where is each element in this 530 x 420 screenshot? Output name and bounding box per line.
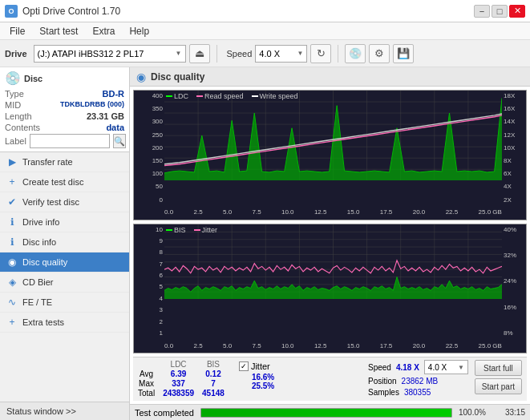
speed-select[interactable]: 4.0 X ▼ (255, 45, 307, 63)
position-value: 23862 MB (402, 377, 439, 386)
stats-max-row: Max 337 7 (138, 379, 233, 389)
speed-row: Speed 4.18 X 4.0 X ▼ (368, 360, 468, 374)
disc-quality-header-icon: ◉ (136, 71, 146, 83)
nav-transfer-rate[interactable]: ▶ Transfer rate (0, 152, 129, 172)
main: 💿 Disc Type BD-R MID TDKBLDRBB (000) Len… (0, 67, 530, 420)
lower-y-axis-left: 10 9 8 7 6 5 4 3 2 1 (134, 224, 164, 339)
maximize-button[interactable]: □ (492, 5, 508, 18)
speed-stat-dropdown-arrow: ▼ (458, 364, 464, 371)
start-part-button[interactable]: Start part (475, 378, 522, 394)
nav-disc-info[interactable]: ℹ Disc info (0, 232, 129, 252)
contents-label: Contents (5, 123, 40, 132)
nav-cd-bier[interactable]: ◈ CD Bier (0, 273, 129, 293)
legend-jitter-label: Jitter (202, 226, 218, 234)
fe-te-label: FE / TE (22, 297, 52, 307)
jitter-max: 25.5% (252, 382, 274, 390)
stats-avg-row: Avg 6.39 0.12 (138, 370, 233, 379)
fe-te-icon: ∿ (6, 297, 18, 308)
read-speed-color (196, 95, 203, 97)
status-window-button[interactable]: Status window >> (0, 402, 129, 420)
speed-dropdown-arrow: ▼ (297, 50, 303, 57)
refresh-button[interactable]: ↻ (310, 44, 331, 63)
speed-value: 4.0 X (259, 49, 280, 59)
progress-bar (200, 408, 452, 418)
disc-header: 💿 Disc (5, 71, 124, 86)
avg-label: Avg (138, 370, 163, 379)
upper-legend: LDC Read speed Write speed (166, 92, 297, 100)
legend-read-speed-label: Read speed (204, 92, 244, 100)
samples-label: Samples (368, 388, 399, 397)
extra-tests-label: Extra tests (22, 317, 64, 327)
jitter-checkbox[interactable]: ✓ (239, 361, 249, 371)
nav-disc-quality[interactable]: ◉ Disc quality (0, 252, 129, 273)
nav-extra-tests[interactable]: + Extra tests (0, 313, 129, 333)
upper-y-axis-right: 18X 16X 14X 12X 10X 8X 6X 4X 2X (502, 91, 526, 205)
drive-select[interactable]: (J:) ATAPI iHBS312 2 PL17 ▼ (34, 45, 186, 63)
nav-drive-info[interactable]: ℹ Drive info (0, 212, 129, 232)
nav-verify-test-disc[interactable]: ✔ Verify test disc (0, 192, 129, 212)
menu-help[interactable]: Help (123, 24, 156, 38)
jitter-section: ✓ Jitter 16.6% 25.5% (239, 360, 274, 390)
legend-bis: BIS (166, 226, 186, 234)
speed-stat-label: Speed (368, 363, 391, 372)
jitter-avg: 16.6% (252, 373, 274, 382)
config-button[interactable]: ⚙ (369, 44, 390, 63)
progress-time: 33:15 (497, 408, 525, 417)
drive-info-label: Drive info (22, 217, 59, 227)
titlebar-controls: − □ ✕ (474, 5, 525, 18)
max-bis: 7 (202, 379, 233, 389)
disc-quality-header: ◉ Disc quality (130, 67, 530, 87)
speed-stat-select-value: 4.0 X (428, 363, 447, 372)
upper-chart-svg (164, 91, 502, 180)
extra-tests-icon: + (6, 317, 18, 328)
titlebar-left: O Opti Drive Control 1.70 (5, 5, 120, 18)
upper-x-axis: 0.0 2.5 5.0 7.5 10.0 12.5 15.0 17.5 20.0… (164, 205, 502, 220)
nav-create-test-disc[interactable]: + Create test disc (0, 172, 129, 192)
stats-header-bis: BIS (202, 360, 233, 370)
legend-write-speed: Write speed (252, 92, 298, 100)
create-test-disc-label: Create test disc (22, 177, 83, 187)
legend-read-speed: Read speed (196, 92, 244, 100)
label-input[interactable] (30, 134, 110, 148)
samples-value: 380355 (404, 388, 431, 397)
menu-extra[interactable]: Extra (86, 24, 121, 38)
transfer-rate-icon: ▶ (6, 156, 18, 168)
avg-bis: 0.12 (202, 370, 233, 379)
disc-section-title: Disc (24, 74, 42, 83)
lower-legend: BIS Jitter (166, 226, 217, 234)
buttons-col: Start full Start part (475, 360, 522, 394)
disc-label-row: Label 🔍 (5, 134, 124, 148)
start-full-button[interactable]: Start full (475, 360, 522, 376)
stats-bar: LDC BIS Avg 6.39 0.12 Max 337 (133, 357, 527, 401)
length-label: Length (5, 111, 32, 121)
menu-file[interactable]: File (3, 24, 31, 38)
stats-right: Speed 4.18 X 4.0 X ▼ Position 23862 MB S… (368, 360, 468, 397)
nav-fe-te[interactable]: ∿ FE / TE (0, 293, 129, 313)
jitter-max-row: 25.5% (252, 382, 274, 390)
disc-type-row: Type BD-R (5, 89, 124, 99)
label-button[interactable]: 🔍 (113, 134, 126, 148)
close-button[interactable]: ✕ (509, 5, 525, 18)
drive-value: (J:) ATAPI iHBS312 2 PL17 (38, 49, 144, 59)
ldc-color (166, 95, 172, 97)
app-icon: O (5, 5, 18, 18)
jitter-label: Jitter (251, 361, 270, 371)
status-window-label: Status window >> (6, 406, 76, 416)
stats-table: LDC BIS Avg 6.39 0.12 Max 337 (138, 360, 233, 398)
disc-contents-row: Contents data (5, 123, 124, 132)
menu-start-test[interactable]: Start test (33, 24, 84, 38)
save-button[interactable]: 💾 (393, 44, 414, 63)
eject-button[interactable]: ⏏ (189, 44, 210, 63)
disc-length-row: Length 23.31 GB (5, 111, 124, 121)
length-value: 23.31 GB (87, 111, 124, 121)
lower-chart: BIS Jitter 10 9 8 7 6 5 4 3 2 (133, 224, 527, 354)
legend-jitter: Jitter (194, 226, 218, 234)
stats-header-ldc: LDC (163, 360, 202, 370)
bis-color (166, 229, 172, 231)
legend-ldc-label: LDC (174, 92, 188, 100)
disc-button[interactable]: 💿 (345, 44, 366, 63)
speed-stat-select[interactable]: 4.0 X ▼ (424, 360, 468, 374)
legend-bis-label: BIS (174, 226, 186, 234)
total-bis: 45148 (202, 389, 233, 398)
minimize-button[interactable]: − (474, 5, 490, 18)
